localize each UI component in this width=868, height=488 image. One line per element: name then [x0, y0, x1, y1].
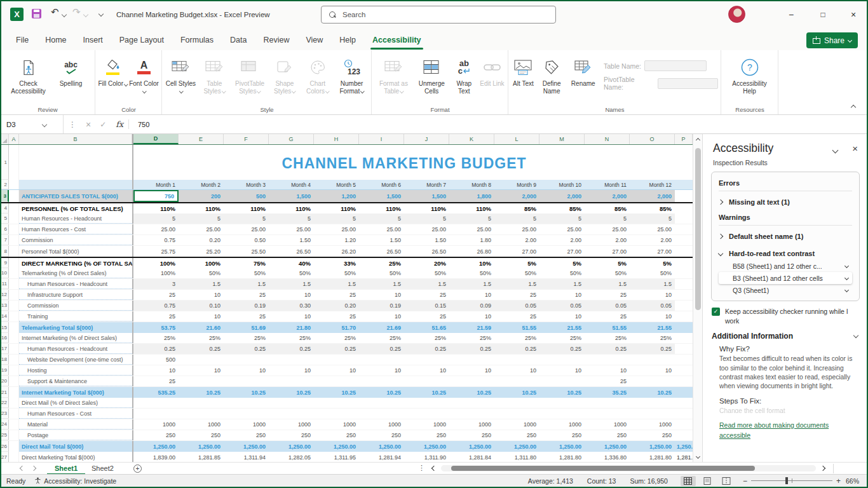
- cell-F24[interactable]: 1000: [224, 419, 269, 430]
- row-header-12[interactable]: 12: [0, 290, 9, 300]
- cell-G21[interactable]: 10.25: [269, 387, 314, 398]
- cell-H18[interactable]: [314, 355, 359, 365]
- cell-F9[interactable]: 75%: [224, 258, 269, 268]
- cell-E23[interactable]: [179, 409, 224, 419]
- cell-D17[interactable]: 0.25: [133, 344, 179, 354]
- cell-I6[interactable]: 25.00: [359, 224, 404, 234]
- cell-H19[interactable]: 10: [314, 365, 359, 376]
- maximize-button[interactable]: □: [808, 0, 837, 29]
- cell-P13[interactable]: [675, 301, 693, 311]
- cell-O18[interactable]: [630, 355, 675, 365]
- cell-H10[interactable]: 50%: [314, 268, 359, 278]
- cell-G18[interactable]: [269, 355, 314, 365]
- name-box[interactable]: D3: [0, 115, 64, 133]
- cell-O6[interactable]: 25.00: [630, 224, 675, 234]
- row-header-27[interactable]: 27: [0, 452, 9, 462]
- cell-P21[interactable]: [675, 387, 693, 398]
- cell-E21[interactable]: 10.25: [179, 387, 224, 398]
- cell-A26[interactable]: [9, 441, 19, 452]
- cell-J17[interactable]: 0.25: [404, 344, 449, 354]
- cell-L26[interactable]: 1,250.00: [494, 441, 539, 452]
- vertical-scrollbar[interactable]: [693, 134, 702, 462]
- cell-J8[interactable]: 26.50: [404, 246, 449, 257]
- cell-D26[interactable]: 1,250.00: [133, 441, 179, 452]
- cell-E16[interactable]: 25%: [179, 333, 224, 343]
- horizontal-scrollbar-thumb[interactable]: [451, 466, 755, 471]
- cell-I5[interactable]: 5: [359, 214, 404, 224]
- save-icon[interactable]: [32, 9, 41, 18]
- cell-H7[interactable]: 1.20: [314, 235, 359, 245]
- cell-G23[interactable]: [269, 409, 314, 419]
- cell-J25[interactable]: 250: [404, 430, 449, 440]
- wrap-text-button[interactable]: ab c Wrap Text: [451, 53, 478, 102]
- cell-J23[interactable]: [404, 409, 449, 419]
- cell-N20[interactable]: 25: [585, 376, 630, 386]
- cell-F20[interactable]: [224, 376, 269, 386]
- cell-K20[interactable]: [449, 376, 494, 386]
- row-header-6[interactable]: 6: [0, 224, 9, 234]
- cell-A1[interactable]: [9, 145, 19, 180]
- cell-I13[interactable]: 0.19: [359, 301, 404, 311]
- row-header-18[interactable]: 18: [0, 355, 9, 365]
- cell-B9[interactable]: DIRECT MARKETING (% OF TOTAL SALES): [19, 258, 132, 268]
- cell-B18[interactable]: Website Development (one-time cost): [19, 355, 132, 365]
- cell-B8[interactable]: Personnel Total $(000): [19, 246, 132, 257]
- cell-D7[interactable]: 0.75: [133, 235, 179, 245]
- cell-A19[interactable]: [9, 365, 19, 376]
- cell-P16[interactable]: [675, 333, 693, 343]
- cell-A6[interactable]: [9, 224, 19, 234]
- page-layout-view-button[interactable]: [700, 476, 715, 486]
- next-sheet-icon[interactable]: [31, 466, 36, 471]
- cell-L22[interactable]: [494, 398, 539, 408]
- cell-K24[interactable]: 1000: [449, 419, 494, 430]
- cell-H25[interactable]: 250: [314, 430, 359, 440]
- cell-O3[interactable]: 2,000: [630, 190, 675, 202]
- cell-L3[interactable]: 2,000: [494, 190, 539, 202]
- cell-B6[interactable]: Human Resources - Cost: [19, 224, 132, 234]
- row-header-10[interactable]: 10: [0, 268, 9, 278]
- cell-B12[interactable]: Infrastructure Support: [19, 290, 132, 300]
- cell-B23[interactable]: Human Resources - Cost: [19, 409, 132, 419]
- tab-file[interactable]: File: [8, 36, 37, 50]
- cell-E7[interactable]: 0.20: [179, 235, 224, 245]
- cell-F2[interactable]: Month 3: [224, 180, 269, 189]
- cell-G6[interactable]: 25.00: [269, 224, 314, 234]
- cell-B1[interactable]: [19, 145, 132, 180]
- cell-N5[interactable]: 5: [585, 214, 630, 224]
- cell-O11[interactable]: 1.5: [630, 279, 675, 289]
- row-header-8[interactable]: 8: [0, 246, 9, 257]
- cell-H4[interactable]: 110%: [314, 203, 359, 214]
- cell-I27[interactable]: 1,281.94: [359, 452, 404, 462]
- cell-G13[interactable]: 0.30: [269, 301, 314, 311]
- cell-N15[interactable]: 51.55: [585, 322, 630, 333]
- share-button[interactable]: Share: [806, 32, 858, 48]
- cell-J24[interactable]: 1000: [404, 419, 449, 430]
- cell-P6[interactable]: [675, 224, 693, 234]
- cell-B5[interactable]: Human Resources - Headcount: [19, 214, 132, 224]
- cell-L5[interactable]: 5: [494, 214, 539, 224]
- cell-D15[interactable]: 53.75: [133, 322, 179, 333]
- cell-G5[interactable]: 5: [269, 214, 314, 224]
- rename-button[interactable]: Rename: [567, 53, 599, 102]
- cell-O23[interactable]: [630, 409, 675, 419]
- cell-E11[interactable]: 1.5: [179, 279, 224, 289]
- cell-K6[interactable]: 25.00: [449, 224, 494, 234]
- cell-N8[interactable]: 27.00: [585, 246, 630, 257]
- row-header-19[interactable]: 19: [0, 365, 9, 376]
- cell-A14[interactable]: [9, 311, 19, 322]
- cell-P10[interactable]: [675, 268, 693, 278]
- cell-P26[interactable]: 1,250.00: [675, 441, 693, 452]
- cell-O8[interactable]: 27.00: [630, 246, 675, 257]
- cell-E20[interactable]: [179, 376, 224, 386]
- cell-P22[interactable]: [675, 398, 693, 408]
- cell-L12[interactable]: 25: [494, 290, 539, 300]
- cell-K11[interactable]: 1.5: [449, 279, 494, 289]
- cell-M8[interactable]: 27.00: [539, 246, 585, 257]
- cell-N17[interactable]: 0.25: [585, 344, 630, 354]
- cell-A25[interactable]: [9, 430, 19, 440]
- cell-P19[interactable]: [675, 365, 693, 376]
- cell-D10[interactable]: 100%: [133, 268, 179, 278]
- tab-insert[interactable]: Insert: [75, 36, 111, 50]
- cell-P17[interactable]: [675, 344, 693, 354]
- contrast-item-0[interactable]: B58 (Sheet1) and 12 other c...: [719, 260, 852, 272]
